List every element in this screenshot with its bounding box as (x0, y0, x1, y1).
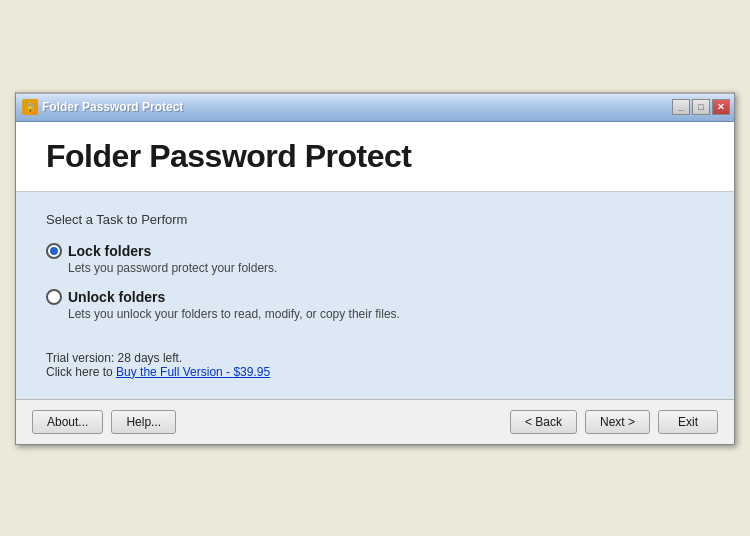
maximize-button[interactable]: □ (692, 99, 710, 115)
lock-option-desc: Lets you password protect your folders. (68, 261, 704, 275)
trial-link-container: Click here to Buy the Full Version - $39… (46, 365, 704, 379)
header-section: Folder Password Protect (16, 122, 734, 192)
unlock-option-title: Unlock folders (68, 289, 165, 305)
next-button[interactable]: Next > (585, 410, 650, 434)
footer-left: About... Help... (32, 410, 176, 434)
app-icon: 🔒 (22, 99, 38, 115)
exit-button[interactable]: Exit (658, 410, 718, 434)
option-group: Lock folders Lets you password protect y… (46, 243, 704, 321)
trial-section: Trial version: 28 days left. Click here … (46, 351, 704, 379)
lock-radio[interactable] (46, 243, 62, 259)
lock-option-row[interactable]: Lock folders (46, 243, 704, 259)
title-bar-buttons: _ □ ✕ (672, 99, 730, 115)
unlock-option-desc: Lets you unlock your folders to read, mo… (68, 307, 704, 321)
task-label: Select a Task to Perform (46, 212, 704, 227)
about-button[interactable]: About... (32, 410, 103, 434)
back-button[interactable]: < Back (510, 410, 577, 434)
lock-option-title: Lock folders (68, 243, 151, 259)
footer-right: < Back Next > Exit (510, 410, 718, 434)
help-button[interactable]: Help... (111, 410, 176, 434)
trial-text: Trial version: 28 days left. (46, 351, 704, 365)
title-bar-left: 🔒 Folder Password Protect (22, 99, 183, 115)
unlock-option-row[interactable]: Unlock folders (46, 289, 704, 305)
unlock-radio[interactable] (46, 289, 62, 305)
title-bar: 🔒 Folder Password Protect _ □ ✕ (16, 94, 734, 122)
footer-section: About... Help... < Back Next > Exit (16, 399, 734, 444)
lock-radio-inner (50, 247, 58, 255)
lock-option-item: Lock folders Lets you password protect y… (46, 243, 704, 275)
app-title: Folder Password Protect (46, 138, 704, 175)
main-window: 🔒 Folder Password Protect _ □ ✕ Folder P… (15, 92, 735, 445)
unlock-option-item: Unlock folders Lets you unlock your fold… (46, 289, 704, 321)
buy-full-version-link[interactable]: Buy the Full Version - $39.95 (116, 365, 270, 379)
minimize-button[interactable]: _ (672, 99, 690, 115)
title-bar-text: Folder Password Protect (42, 100, 183, 114)
content-section: Select a Task to Perform Lock folders Le… (16, 192, 734, 399)
close-button[interactable]: ✕ (712, 99, 730, 115)
trial-link-prefix: Click here to (46, 365, 116, 379)
